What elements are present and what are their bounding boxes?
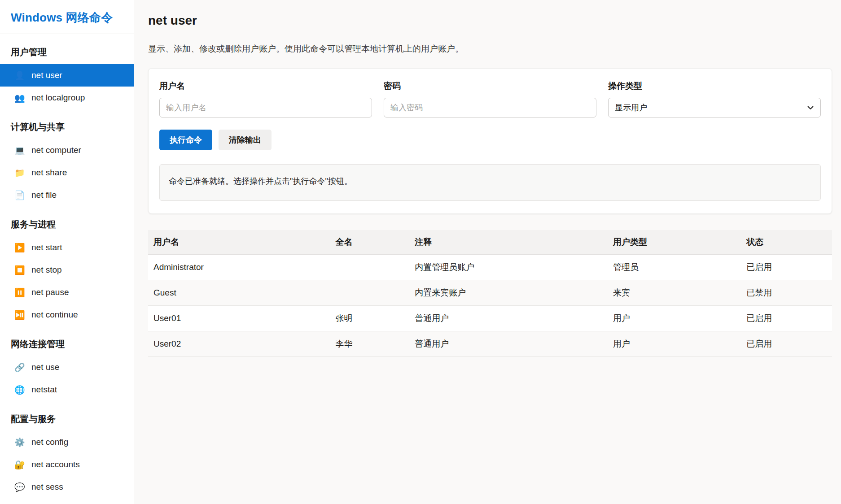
sidebar-item-net-file[interactable]: 📄 net file [0, 184, 134, 206]
sidebar-item-label: net pause [31, 287, 69, 297]
clear-output-button[interactable]: 清除输出 [219, 130, 272, 150]
username-input[interactable] [159, 98, 372, 117]
username-label: 用户名 [159, 80, 372, 92]
sidebar: Windows 网络命令 用户管理 👤 net user 👥 net local… [0, 0, 134, 504]
form-row: 用户名 密码 操作类型 显示用户 [159, 80, 821, 117]
cell-comment: 普通用户 [409, 331, 608, 357]
cell-fullname: 张明 [330, 306, 409, 331]
action-type-field-group: 操作类型 显示用户 [608, 80, 821, 117]
sidebar-section-services-processes: 服务与进程 ▶️ net start ⏹️ net stop ⏸️ net pa… [0, 206, 134, 326]
action-type-select-wrap: 显示用户 [608, 98, 821, 117]
table-row: Guest 内置来宾账户 来宾 已禁用 [148, 280, 832, 306]
col-header-fullname: 全名 [330, 230, 409, 255]
sidebar-section-computer-sharing: 计算机与共享 💻 net computer 📁 net share 📄 net … [0, 109, 134, 206]
globe-icon: 🌐 [14, 386, 26, 394]
password-input[interactable] [384, 98, 596, 117]
sidebar-item-net-stop[interactable]: ⏹️ net stop [0, 259, 134, 281]
sidebar-item-label: net localgroup [31, 93, 85, 103]
sidebar-item-net-sess[interactable]: 💬 net sess [0, 476, 134, 498]
command-form-card: 用户名 密码 操作类型 显示用户 [148, 68, 832, 214]
sidebar-item-net-share[interactable]: 📁 net share [0, 161, 134, 184]
sidebar-item-net-pause[interactable]: ⏸️ net pause [0, 281, 134, 304]
user-icon: 👤 [14, 71, 26, 80]
sidebar-item-label: net stop [31, 265, 62, 275]
sidebar-item-label: net sess [31, 482, 63, 492]
pause-icon: ⏸️ [14, 288, 26, 297]
col-header-username: 用户名 [148, 230, 330, 255]
sidebar-item-net-localgroup[interactable]: 👥 net localgroup [0, 87, 134, 109]
sidebar-item-net-accounts[interactable]: 🔐 net accounts [0, 453, 134, 476]
sidebar-item-label: net config [31, 437, 68, 447]
cell-comment: 普通用户 [409, 306, 608, 331]
sidebar-item-label: net computer [31, 145, 81, 155]
sidebar-item-label: net file [31, 190, 57, 200]
sidebar-item-label: net continue [31, 310, 78, 320]
sidebar-item-net-config[interactable]: ⚙️ net config [0, 431, 134, 453]
button-row: 执行命令 清除输出 [159, 130, 821, 150]
cell-comment: 内置来宾账户 [409, 280, 608, 306]
col-header-comment: 注释 [409, 230, 608, 255]
speech-bubble-icon: 💬 [14, 483, 26, 491]
cell-username: Administrator [148, 255, 330, 280]
username-field-group: 用户名 [159, 80, 372, 117]
user-table: 用户名 全名 注释 用户类型 状态 Administrator 内置管理员账户 … [148, 230, 832, 357]
play-pause-icon: ⏯️ [14, 311, 26, 319]
sidebar-header: Windows 网络命令 [0, 0, 134, 34]
section-title: 网络连接管理 [0, 326, 134, 356]
cell-username: User01 [148, 306, 330, 331]
sidebar-item-net-start[interactable]: ▶️ net start [0, 236, 134, 259]
cell-fullname [330, 280, 409, 306]
sidebar-item-label: net share [31, 168, 67, 178]
sidebar-item-netstat[interactable]: 🌐 netstat [0, 378, 134, 401]
col-header-status: 状态 [741, 230, 832, 255]
sidebar-section-config-services: 配置与服务 ⚙️ net config 🔐 net accounts 💬 net… [0, 401, 134, 504]
computer-icon: 💻 [14, 146, 26, 155]
cell-user-type: 管理员 [608, 255, 741, 280]
play-icon: ▶️ [14, 243, 26, 252]
sidebar-item-label: net use [31, 362, 59, 372]
section-title: 服务与进程 [0, 206, 134, 236]
sidebar-item-net-statistics[interactable]: 📊 net statistics [0, 498, 134, 504]
sidebar-item-net-user[interactable]: 👤 net user [0, 64, 134, 87]
sidebar-item-label: net accounts [31, 460, 80, 469]
sidebar-item-label: net user [31, 70, 62, 80]
cell-user-type: 用户 [608, 331, 741, 357]
table-body: Administrator 内置管理员账户 管理员 已启用 Guest 内置来宾… [148, 255, 832, 357]
sidebar-item-net-computer[interactable]: 💻 net computer [0, 139, 134, 161]
section-title: 计算机与共享 [0, 109, 134, 139]
cell-status: 已启用 [741, 255, 832, 280]
command-output-box: 命令已准备就绪。选择操作并点击"执行命令"按钮。 [159, 164, 821, 201]
cell-user-type: 用户 [608, 306, 741, 331]
cell-fullname: 李华 [330, 331, 409, 357]
file-icon: 📄 [14, 191, 26, 200]
main-content: net user 显示、添加、修改或删除用户账户。使用此命令可以管理本地计算机上… [134, 0, 841, 504]
cell-comment: 内置管理员账户 [409, 255, 608, 280]
section-title: 用户管理 [0, 34, 134, 64]
page-description: 显示、添加、修改或删除用户账户。使用此命令可以管理本地计算机上的用户账户。 [148, 43, 832, 55]
cell-status: 已启用 [741, 331, 832, 357]
cell-username: Guest [148, 280, 330, 306]
cell-fullname [330, 255, 409, 280]
table-header-row: 用户名 全名 注释 用户类型 状态 [148, 230, 832, 255]
folder-icon: 📁 [14, 169, 26, 177]
cell-status: 已启用 [741, 306, 832, 331]
cell-status: 已禁用 [741, 280, 832, 306]
section-title: 配置与服务 [0, 401, 134, 431]
lock-icon: 🔐 [14, 461, 26, 469]
table-row: Administrator 内置管理员账户 管理员 已启用 [148, 255, 832, 280]
sidebar-item-net-continue[interactable]: ⏯️ net continue [0, 304, 134, 326]
stop-icon: ⏹️ [14, 266, 26, 274]
table-row: User01 张明 普通用户 用户 已启用 [148, 306, 832, 331]
sidebar-item-net-use[interactable]: 🔗 net use [0, 356, 134, 378]
table-row: User02 李华 普通用户 用户 已启用 [148, 331, 832, 357]
password-label: 密码 [384, 80, 596, 92]
sidebar-item-label: netstat [31, 385, 57, 395]
cell-user-type: 来宾 [608, 280, 741, 306]
sidebar-item-label: net start [31, 243, 62, 252]
action-type-label: 操作类型 [608, 80, 821, 92]
table-header: 用户名 全名 注释 用户类型 状态 [148, 230, 832, 255]
sidebar-section-user-management: 用户管理 👤 net user 👥 net localgroup [0, 34, 134, 109]
sidebar-section-network-connections: 网络连接管理 🔗 net use 🌐 netstat [0, 326, 134, 401]
action-type-select[interactable]: 显示用户 [608, 98, 821, 117]
execute-command-button[interactable]: 执行命令 [159, 130, 212, 150]
